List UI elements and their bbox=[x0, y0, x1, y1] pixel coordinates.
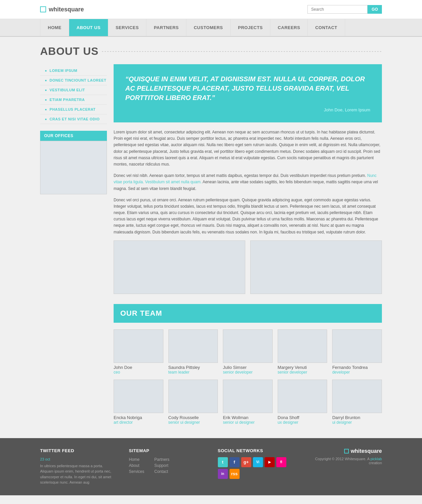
team-role-1: ceo bbox=[114, 370, 163, 375]
sidebar: LOREM IPSUM DONEC TINCIOUNT LAOREET VEST… bbox=[40, 64, 107, 425]
sidebar-item-lorem-ipsum[interactable]: LOREM IPSUM bbox=[40, 66, 107, 76]
content-area: LOREM IPSUM DONEC TINCIOUNT LAOREET VEST… bbox=[40, 64, 382, 425]
sidebar-item-cras[interactable]: CRAS ET NISI VITAE ODIO bbox=[40, 114, 107, 124]
sitemap-link-partners[interactable]: Partners bbox=[154, 457, 169, 462]
team-photo-5 bbox=[332, 329, 382, 363]
team-name-3: Julio Simser bbox=[223, 365, 273, 370]
team-section-header: OUR TEAM bbox=[114, 304, 382, 323]
nav: HOME ABOUT US SERVICES PARTNERS CUSTOMER… bbox=[0, 19, 422, 37]
search-input[interactable] bbox=[307, 5, 368, 14]
team-name-2: Saundra Pittsley bbox=[168, 365, 218, 370]
team-name-5: Fernando Tondrea bbox=[332, 365, 382, 370]
footer-social: SOCIAL NETWORKS t f g+ Vi ▶ fl in rss bbox=[218, 448, 293, 479]
sidebar-item-donec[interactable]: DONEC TINCIOUNT LAOREET bbox=[40, 76, 107, 85]
sitemap-col-2: Partners Support Contact bbox=[154, 457, 169, 475]
footer: TWITTER FEED 23 oct In ultrices pellente… bbox=[0, 438, 422, 495]
quote-text: “QUISQUE IN ENIM VELIT, AT DIGNISSIM EST… bbox=[125, 74, 370, 102]
twitter-icon[interactable]: t bbox=[218, 457, 228, 467]
content-image-2 bbox=[250, 240, 382, 294]
team-photo-1 bbox=[114, 329, 163, 363]
google-plus-icon[interactable]: g+ bbox=[241, 457, 251, 467]
sitemap-link-contact[interactable]: Contact bbox=[154, 469, 169, 474]
youtube-icon[interactable]: ▶ bbox=[265, 457, 275, 467]
picklab-link[interactable]: picklab bbox=[371, 457, 382, 461]
footer-twitter-date[interactable]: 23 oct bbox=[40, 457, 116, 461]
team-role-4: senior developer bbox=[278, 370, 327, 375]
go-button[interactable]: GO bbox=[368, 5, 382, 14]
team-photo-3 bbox=[223, 329, 273, 363]
team-photo-6 bbox=[114, 380, 163, 413]
team-photo-2 bbox=[168, 329, 218, 363]
team-member-5: Fernando Tondrea developer bbox=[332, 329, 382, 375]
logo-text: whitesquare bbox=[49, 6, 84, 13]
sitemap-link-home[interactable]: Home bbox=[129, 457, 144, 462]
offices-section-title: OUR OFFICES bbox=[40, 131, 107, 141]
team-member-7: Cody Rousselle senior ui designer bbox=[168, 380, 218, 425]
team-role-9: ux designer bbox=[278, 420, 327, 425]
quote-author: John Doe, Lorem Ipsum bbox=[125, 107, 370, 112]
main: ABOUT US LOREM IPSUM DONEC TINCIOUNT LAO… bbox=[0, 37, 422, 438]
nav-about-us[interactable]: ABOUT US bbox=[69, 19, 108, 36]
nav-customers[interactable]: CUSTOMERS bbox=[186, 19, 231, 36]
team-name-7: Cody Rousselle bbox=[168, 415, 218, 420]
team-photo-10 bbox=[332, 380, 382, 413]
team-photo-8 bbox=[223, 380, 273, 413]
vimeo-icon[interactable]: Vi bbox=[253, 457, 263, 467]
search-area: GO bbox=[307, 5, 382, 14]
footer-copyright: Copyright © 2012 Whitesquare. A picklab … bbox=[306, 457, 382, 465]
team-photo-7 bbox=[168, 380, 218, 413]
nav-services[interactable]: SERVICES bbox=[108, 19, 147, 36]
sidebar-menu: LOREM IPSUM DONEC TINCIOUNT LAOREET VEST… bbox=[40, 66, 107, 124]
team-role-8: senior ui designer bbox=[223, 420, 273, 425]
facebook-icon[interactable]: f bbox=[230, 457, 240, 467]
rss-icon[interactable]: rss bbox=[230, 469, 240, 479]
nav-contact[interactable]: CONTACT bbox=[308, 19, 345, 36]
header: whitesquare GO bbox=[0, 0, 422, 19]
footer-twitter-text: In ultrices pellentesque massa a porta. … bbox=[40, 463, 116, 485]
footer-twitter: TWITTER FEED 23 oct In ultrices pellente… bbox=[40, 448, 116, 485]
team-role-3: senior developer bbox=[223, 370, 273, 375]
sitemap-link-support[interactable]: Support bbox=[154, 463, 169, 468]
footer-logo-text: whitesquare bbox=[351, 448, 382, 454]
team-title: OUR TEAM bbox=[120, 309, 375, 318]
nav-home[interactable]: HOME bbox=[40, 19, 69, 36]
copyright-text: Copyright © 2012 Whitesquare. A bbox=[315, 457, 371, 461]
copyright-end: creation bbox=[369, 461, 382, 465]
highlight-text: Nunc vitae porta ligula. Vestibulum sit … bbox=[114, 173, 377, 184]
team-member-6: Encka Nobriga art director bbox=[114, 380, 163, 425]
team-member-2: Saundra Pittsley team leader bbox=[168, 329, 218, 375]
body-paragraph-2: Donec vel nisl nibh. Aenean quam tortor,… bbox=[114, 173, 382, 192]
nav-careers[interactable]: CAREERS bbox=[270, 19, 308, 36]
body-paragraph-1: Lorem ipsum dolor sit amet, consectetur … bbox=[114, 129, 382, 168]
sidebar-item-phasellus[interactable]: PHASELLUS PLACERAT bbox=[40, 105, 107, 114]
team-grid: John Doe ceo Saundra Pittsley team leade… bbox=[114, 329, 382, 425]
footer-sitemap-title: SITEMAP bbox=[129, 448, 204, 453]
team-member-8: Erik Wollman senior ui designer bbox=[223, 380, 273, 425]
sitemap-link-services[interactable]: Services bbox=[129, 469, 144, 474]
nav-projects[interactable]: PROJECTS bbox=[231, 19, 270, 36]
body-paragraph-3: Donec vel orci purus, ut ornare orci. Ae… bbox=[114, 197, 382, 235]
instagram-icon[interactable]: in bbox=[218, 469, 228, 479]
team-role-6: art director bbox=[114, 420, 163, 425]
page-title-area: ABOUT US bbox=[40, 37, 382, 64]
sidebar-item-vestibulum[interactable]: VESTIBULUM ELIT bbox=[40, 85, 107, 95]
offices-map bbox=[40, 141, 107, 194]
team-member-1: John Doe ceo bbox=[114, 329, 163, 375]
sitemap-link-about[interactable]: About bbox=[129, 463, 144, 468]
footer-twitter-title: TWITTER FEED bbox=[40, 448, 116, 453]
team-name-4: Margery Venuti bbox=[278, 365, 327, 370]
team-name-6: Encka Nobriga bbox=[114, 415, 163, 420]
social-icons-container: t f g+ Vi ▶ fl in rss bbox=[218, 457, 293, 479]
team-role-10: ui designer bbox=[332, 420, 382, 425]
team-member-4: Margery Venuti senior developer bbox=[278, 329, 327, 375]
team-photo-9 bbox=[278, 380, 327, 413]
nav-partners[interactable]: PARTNERS bbox=[146, 19, 186, 36]
team-member-3: Julio Simser senior developer bbox=[223, 329, 273, 375]
team-photo-4 bbox=[278, 329, 327, 363]
team-member-10: Darryl Brunton ui designer bbox=[332, 380, 382, 425]
logo[interactable]: whitesquare bbox=[40, 6, 84, 13]
flickr-icon[interactable]: fl bbox=[276, 457, 286, 467]
main-content-panel: “QUISQUE IN ENIM VELIT, AT DIGNISSIM EST… bbox=[114, 64, 382, 425]
sidebar-item-etiam[interactable]: ETIAM PHARETRA bbox=[40, 95, 107, 105]
team-name-9: Dona Shoff bbox=[278, 415, 327, 420]
